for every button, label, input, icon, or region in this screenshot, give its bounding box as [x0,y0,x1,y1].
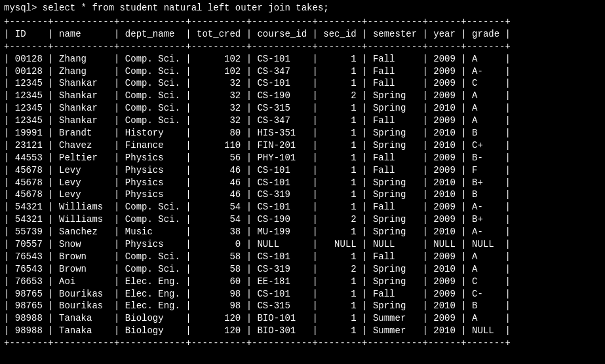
table-row: | 55739 | Sanchez | Music | 38 | MU-199 … [4,226,601,238]
table-row: | 12345 | Shankar | Comp. Sci. | 32 | CS… [4,90,601,102]
table-row: | 12345 | Shankar | Comp. Sci. | 32 | CS… [4,115,601,127]
table-row: | 00128 | Zhang | Comp. Sci. | 102 | CS-… [4,53,601,65]
table-row: | 76653 | Aoi | Elec. Eng. | 60 | EE-181… [4,276,601,288]
data-rows: | 00128 | Zhang | Comp. Sci. | 102 | CS-… [4,53,601,337]
table-wrapper: +-------+-----------+------------+------… [4,16,601,350]
table-row: | 44553 | Peltier | Physics | 56 | PHY-1… [4,152,601,164]
table-row: | 00128 | Zhang | Comp. Sci. | 102 | CS-… [4,65,601,78]
table-row: | 19991 | Brandt | History | 80 | HIS-35… [4,127,601,139]
separator-mid: +-------+-----------+------------+------… [4,41,601,53]
separator-top: +-------+-----------+------------+------… [4,16,601,28]
table-row: | 23121 | Chavez | Finance | 110 | FIN-2… [4,139,601,152]
command-line: mysql> select * from student natural lef… [4,3,601,13]
table-row: | 98765 | Bourikas | Elec. Eng. | 98 | C… [4,300,601,312]
terminal: mysql> select * from student natural lef… [0,0,605,364]
table-row: | 70557 | Snow | Physics | 0 | NULL | NU… [4,238,601,251]
table-row: | 45678 | Levy | Physics | 46 | CS-101 |… [4,177,601,189]
separator-bot: +-------+-----------+------------+------… [4,337,601,350]
header-row: | ID | name | dept_name | tot_cred | cou… [4,28,601,41]
table-row: | 54321 | Williams | Comp. Sci. | 54 | C… [4,201,601,213]
table-row: | 54321 | Williams | Comp. Sci. | 54 | C… [4,213,601,226]
table-row: | 12345 | Shankar | Comp. Sci. | 32 | CS… [4,77,601,90]
table-row: | 98988 | Tanaka | Biology | 120 | BIO-3… [4,325,601,337]
table-row: | 45678 | Levy | Physics | 46 | CS-101 |… [4,164,601,177]
table-row: | 12345 | Shankar | Comp. Sci. | 32 | CS… [4,102,601,115]
table-row: | 98765 | Bourikas | Elec. Eng. | 98 | C… [4,288,601,300]
table-row: | 45678 | Levy | Physics | 46 | CS-319 |… [4,189,601,201]
table-row: | 76543 | Brown | Comp. Sci. | 58 | CS-1… [4,251,601,263]
table-row: | 76543 | Brown | Comp. Sci. | 58 | CS-3… [4,263,601,276]
table-row: | 98988 | Tanaka | Biology | 120 | BIO-1… [4,312,601,325]
